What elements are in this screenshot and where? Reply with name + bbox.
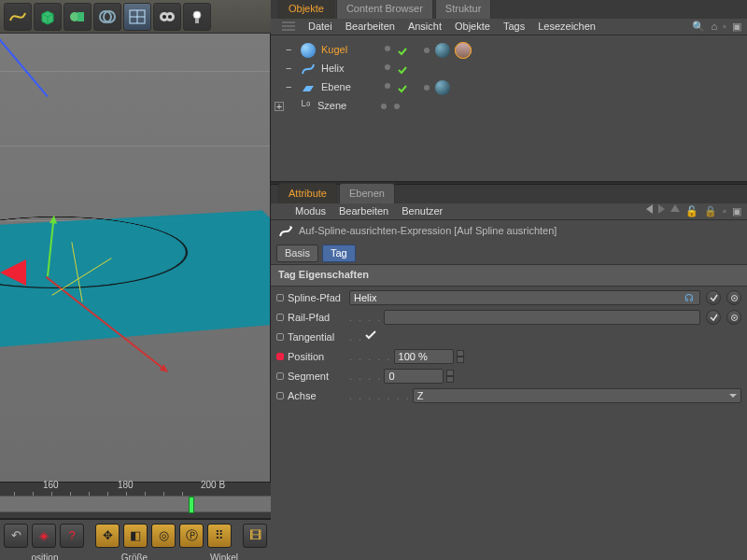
subtab-tag[interactable]: Tag [322,245,356,262]
viewport[interactable] [0,34,271,482]
home-icon[interactable]: ⌂ [711,20,717,34]
object-row-helix[interactable]: − Helix [275,60,743,78]
rail-pfad-field[interactable] [384,310,700,325]
achse-select[interactable]: Z [413,388,741,403]
tool-p-icon[interactable]: Ⓟ [179,524,204,548]
menu-lesezeichen[interactable]: Lesezeichen [538,20,596,34]
tool-undo-icon[interactable]: ↶ [4,524,28,548]
pick-icon[interactable] [706,290,721,305]
material-tag[interactable] [435,80,450,95]
spline-pfad-field[interactable]: Helix☊ [349,290,700,305]
attribute-menu: Modus Bearbeiten Benutzer 🔓 🔒 ◦ ▣ [271,203,747,220]
nav-up-icon[interactable] [670,204,680,212]
object-name[interactable]: Szene [317,99,374,113]
menu-objekte[interactable]: Objekte [455,20,490,34]
spline-icon[interactable] [4,3,32,31]
search-icon[interactable]: 🔍 [692,20,705,34]
section-tag-eigenschaften: Tag Eigenschaften [271,264,747,286]
scene-icon: └⁰ [297,99,312,113]
unlock-icon[interactable]: 🔓 [685,204,698,218]
tool-move-icon[interactable]: ✥ [95,524,120,548]
footer-size-label: Größe [90,552,179,560]
link-icon[interactable]: ☊ [684,291,694,305]
tab-struktur[interactable]: Struktur [435,0,492,19]
align-to-spline-tag[interactable] [456,43,471,58]
tick-label: 180 [118,479,134,492]
tool-aim-icon[interactable]: ◈ [32,524,56,548]
menu-benutzer[interactable]: Benutzer [402,204,443,218]
boole-icon[interactable] [93,3,121,31]
visibility-check[interactable] [398,64,407,74]
primitive-icon[interactable] [63,3,92,31]
position-field[interactable]: 100 % [394,349,454,364]
svg-point-23 [733,316,735,318]
menu-bearbeiten[interactable]: Bearbeiten [339,204,388,218]
segment-spinner[interactable] [446,370,454,383]
svg-rect-12 [195,19,199,23]
tool-film-icon[interactable]: 🎞 [243,524,267,548]
tick-label: 160 [43,479,59,492]
segment-field[interactable]: 0 [384,369,444,384]
menu-ansicht[interactable]: Ansicht [408,20,442,34]
plane-tool-icon[interactable] [123,3,151,31]
lock-icon[interactable]: 🔒 [704,204,717,218]
menu-tags[interactable]: Tags [503,20,525,34]
tab-attribute[interactable]: Attribute [278,183,337,203]
tab-objekte[interactable]: Objekte [278,0,334,19]
visibility-check[interactable] [398,46,407,55]
axis-handle-x[interactable] [0,259,26,286]
object-row-kugel[interactable]: − Kugel [275,41,743,60]
tab-content-browser[interactable]: Content Browser [336,0,433,19]
target-icon[interactable] [726,290,741,305]
object-row-szene[interactable]: + └⁰ Szene [275,97,743,116]
footer-angle-label: Winkel [179,552,269,560]
prop-position: Position. . . . . 100 % [276,347,741,367]
prop-spline-pfad: Spline-Pfad Helix☊ [276,288,741,308]
align-to-spline-icon [278,224,293,239]
visibility-check[interactable] [398,83,407,92]
svg-marker-16 [303,86,314,91]
position-spinner[interactable] [457,350,464,363]
timeline[interactable]: 160 180 200 B [0,482,271,519]
pick-icon[interactable] [706,310,721,325]
menu-bearbeiten[interactable]: Bearbeiten [345,20,395,34]
tool-help-icon[interactable]: ? [60,524,84,548]
subtab-basis[interactable]: Basis [276,245,318,262]
camera-icon[interactable] [153,3,181,31]
cube-icon[interactable] [34,3,62,31]
playhead[interactable] [189,497,194,513]
material-tag[interactable] [435,43,450,58]
menu-modus[interactable]: Modus [295,204,326,218]
nav-forward-icon[interactable] [658,204,665,214]
keyframe-indicator[interactable] [276,353,284,360]
menu-datei[interactable]: Datei [308,20,332,34]
tool-rotate-icon[interactable]: ◎ [151,524,176,548]
object-row-ebene[interactable]: − Ebene [275,78,743,97]
object-name[interactable]: Helix [321,62,377,76]
expand-icon[interactable]: ▣ [732,204,741,218]
tab-ebenen[interactable]: Ebenen [339,183,395,203]
expression-title: Auf-Spline-ausrichten-Expression [Auf Sp… [299,224,557,238]
expand-icon[interactable]: ▣ [732,20,741,34]
tool-scale-icon[interactable]: ◧ [123,524,148,548]
attribute-tabs: Attribute Ebenen [271,185,747,203]
object-manager-tabs: Objekte Content Browser Struktur [271,0,747,19]
object-name[interactable]: Ebene [321,80,377,94]
dock-icon[interactable]: ◦ [723,204,726,218]
light-icon[interactable] [183,3,211,31]
svg-point-11 [193,11,201,19]
object-list: − Kugel − Helix − Ebene + └⁰ Szene [271,35,747,181]
svg-point-21 [733,297,735,299]
expression-header: Auf-Spline-ausrichten-Expression [Auf Sp… [271,220,747,243]
object-name[interactable]: Kugel [321,43,377,57]
plane-icon [301,83,316,92]
target-icon[interactable] [726,310,741,325]
axis-z [0,34,49,97]
prop-achse: Achse. . . . . . . Z [276,386,741,406]
svg-point-9 [162,15,166,19]
nav-back-icon[interactable] [646,204,653,214]
primitive-toolbar [0,0,271,34]
dock-icon[interactable]: ◦ [723,20,726,34]
tangential-checkbox[interactable] [365,329,378,344]
tool-grid-icon[interactable]: ⠿ [207,524,232,548]
